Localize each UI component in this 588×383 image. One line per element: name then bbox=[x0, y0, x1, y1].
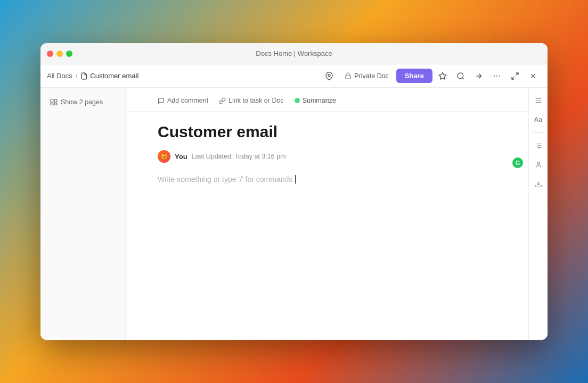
breadcrumb-doc-title: Customer email bbox=[90, 72, 138, 80]
right-panel-toggle[interactable] bbox=[531, 93, 546, 108]
comment-icon bbox=[158, 97, 165, 104]
panel-icon1[interactable] bbox=[531, 138, 546, 153]
collaborators-button[interactable] bbox=[531, 157, 546, 172]
document-content: Customer email 🐱 You Last Updated: Today… bbox=[126, 112, 528, 340]
svg-point-25 bbox=[537, 162, 540, 165]
pin-button[interactable] bbox=[321, 68, 337, 84]
breadcrumb-current: Customer email bbox=[80, 72, 138, 80]
doc-icon bbox=[80, 72, 88, 80]
summarize-button[interactable]: Summarize bbox=[295, 97, 336, 104]
right-panel: Aa bbox=[528, 88, 548, 340]
privacy-label: Private Doc bbox=[354, 72, 389, 80]
add-comment-label: Add comment bbox=[167, 97, 208, 104]
author-name: You bbox=[175, 153, 187, 161]
more-options-button[interactable] bbox=[489, 68, 505, 84]
svg-rect-13 bbox=[54, 99, 57, 102]
svg-point-0 bbox=[328, 74, 330, 76]
breadcrumb: All Docs / Customer email bbox=[47, 72, 321, 80]
svg-marker-2 bbox=[439, 72, 446, 79]
link-task-label: Link to task or Doc bbox=[228, 97, 284, 104]
link-icon bbox=[219, 97, 226, 104]
last-updated: Last Updated: Today at 3:16 pm bbox=[192, 153, 286, 160]
svg-point-5 bbox=[494, 76, 495, 77]
svg-line-9 bbox=[512, 77, 514, 79]
close-button[interactable] bbox=[47, 51, 53, 57]
main-content: Show 2 pages Add comment Link t bbox=[40, 88, 548, 340]
document-title[interactable]: Customer email bbox=[158, 122, 496, 141]
summarize-dot bbox=[295, 98, 300, 103]
bookmark-button[interactable] bbox=[435, 68, 451, 84]
svg-rect-12 bbox=[51, 99, 53, 102]
person-icon bbox=[535, 161, 542, 169]
maximize-button[interactable] bbox=[66, 51, 72, 57]
divider bbox=[533, 132, 544, 133]
sidebar: Show 2 pages bbox=[40, 88, 126, 340]
download-button[interactable] bbox=[531, 177, 546, 192]
editor-wrapper: Write something or type '/' for commands… bbox=[158, 173, 496, 185]
breadcrumb-parent[interactable]: All Docs bbox=[47, 72, 72, 80]
toolbar: All Docs / Customer email bbox=[40, 64, 548, 88]
doc-toolbar: Add comment Link to task or Doc Summariz… bbox=[126, 88, 528, 112]
breadcrumb-separator: / bbox=[76, 72, 78, 80]
svg-line-4 bbox=[462, 78, 464, 79]
editor-placeholder: Write something or type '/' for commands bbox=[158, 175, 292, 184]
svg-rect-14 bbox=[51, 103, 53, 105]
show-pages-button[interactable]: Show 2 pages bbox=[47, 96, 119, 108]
svg-point-7 bbox=[499, 76, 500, 77]
close-window-button[interactable] bbox=[525, 68, 541, 84]
add-comment-button[interactable]: Add comment bbox=[158, 95, 208, 106]
text-cursor bbox=[295, 175, 296, 184]
svg-rect-15 bbox=[54, 103, 57, 105]
doc-editor[interactable]: Write something or type '/' for commands… bbox=[158, 173, 496, 185]
show-pages-label: Show 2 pages bbox=[61, 98, 103, 106]
toolbar-actions: Private Doc Share bbox=[321, 68, 541, 84]
format-icon: Aa bbox=[534, 116, 542, 123]
pages-icon bbox=[50, 98, 58, 106]
summarize-label: Summarize bbox=[303, 97, 336, 104]
collapse-button[interactable] bbox=[507, 68, 523, 84]
minimize-button[interactable] bbox=[56, 51, 63, 57]
share-button[interactable]: Share bbox=[396, 69, 432, 83]
lock-icon bbox=[345, 72, 352, 79]
author-avatar: 🐱 bbox=[158, 150, 170, 163]
traffic-lights bbox=[47, 51, 72, 57]
format-button[interactable]: Aa bbox=[531, 112, 546, 127]
document-meta: 🐱 You Last Updated: Today at 3:16 pm bbox=[158, 150, 496, 163]
titlebar: Docs Home | Workspace bbox=[40, 43, 548, 64]
svg-point-3 bbox=[458, 73, 463, 79]
search-button[interactable] bbox=[453, 68, 469, 84]
window-title: Docs Home | Workspace bbox=[256, 49, 332, 57]
privacy-button[interactable]: Private Doc bbox=[339, 70, 394, 82]
presence-indicator: G bbox=[512, 157, 523, 168]
document-area: Add comment Link to task or Doc Summariz… bbox=[126, 88, 528, 340]
link-task-button[interactable]: Link to task or Doc bbox=[219, 95, 284, 106]
export-button[interactable] bbox=[471, 68, 487, 84]
svg-point-6 bbox=[496, 76, 497, 77]
svg-rect-1 bbox=[346, 76, 351, 79]
app-window: Docs Home | Workspace All Docs / Custome… bbox=[40, 43, 548, 340]
download-icon bbox=[535, 180, 542, 188]
svg-line-8 bbox=[516, 73, 518, 76]
